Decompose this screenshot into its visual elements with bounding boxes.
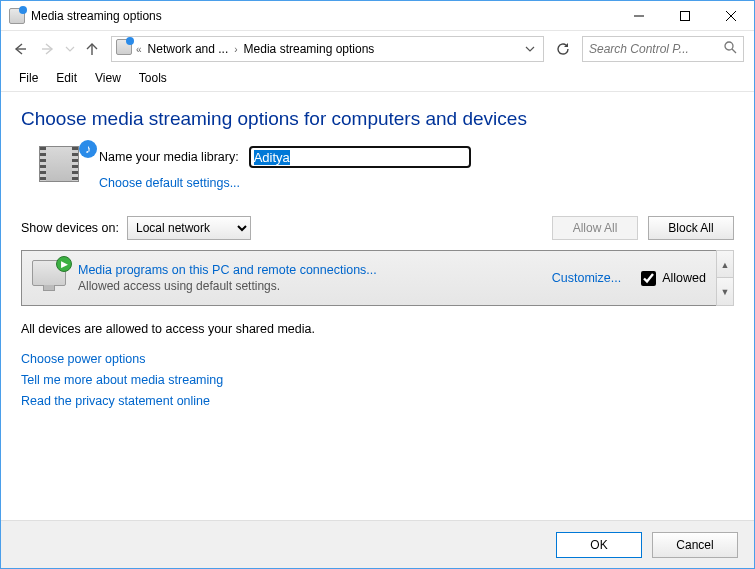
power-options-link[interactable]: Choose power options <box>21 352 734 366</box>
titlebar: Media streaming options <box>1 1 754 31</box>
nav-toolbar: « Network and ... › Media streaming opti… <box>1 31 754 67</box>
more-info-link[interactable]: Tell me more about media streaming <box>21 373 734 387</box>
choose-default-settings-link[interactable]: Choose default settings... <box>99 176 471 190</box>
search-box[interactable] <box>582 36 744 62</box>
library-name-input[interactable] <box>249 146 471 168</box>
allow-all-button[interactable]: Allow All <box>552 216 638 240</box>
show-devices-label: Show devices on: <box>21 221 119 235</box>
page-title: Choose media streaming options for compu… <box>21 108 734 130</box>
back-button[interactable] <box>7 36 33 62</box>
recent-locations-button[interactable] <box>63 36 77 62</box>
search-icon[interactable] <box>724 40 737 58</box>
content-area: Choose media streaming options for compu… <box>1 92 754 408</box>
menu-file[interactable]: File <box>11 69 46 87</box>
address-dropdown-icon[interactable] <box>521 40 539 58</box>
device-subtitle: Allowed access using default settings. <box>78 279 542 293</box>
allowed-checkbox-group[interactable]: Allowed <box>641 271 706 286</box>
device-list: ▶ Media programs on this PC and remote c… <box>21 250 734 306</box>
related-links: Choose power options Tell me more about … <box>21 352 734 408</box>
svg-rect-1 <box>681 11 690 20</box>
address-bar[interactable]: « Network and ... › Media streaming opti… <box>111 36 544 62</box>
footer: OK Cancel <box>1 520 754 568</box>
minimize-button[interactable] <box>616 1 662 30</box>
chevron-right-icon: › <box>230 44 241 55</box>
show-devices-select[interactable]: Local network <box>127 216 251 240</box>
allowed-checkbox[interactable] <box>641 271 656 286</box>
forward-button[interactable] <box>35 36 61 62</box>
device-title-link[interactable]: Media programs on this PC and remote con… <box>78 263 542 277</box>
control-panel-icon <box>116 39 132 59</box>
svg-line-8 <box>732 49 736 53</box>
app-icon <box>9 8 25 24</box>
scroll-up-button[interactable]: ▲ <box>716 250 734 279</box>
ok-button[interactable]: OK <box>556 532 642 558</box>
up-button[interactable] <box>79 36 105 62</box>
close-button[interactable] <box>708 1 754 30</box>
cancel-button[interactable]: Cancel <box>652 532 738 558</box>
window-title: Media streaming options <box>31 9 616 23</box>
library-name-label: Name your media library: <box>99 150 239 164</box>
maximize-button[interactable] <box>662 1 708 30</box>
menu-tools[interactable]: Tools <box>131 69 175 87</box>
breadcrumb-current[interactable]: Media streaming options <box>242 42 377 56</box>
allowed-label: Allowed <box>662 271 706 285</box>
breadcrumb-network[interactable]: Network and ... <box>146 42 231 56</box>
media-library-icon: ♪ <box>39 146 87 194</box>
scrollbar[interactable]: ▲ ▼ <box>716 251 733 305</box>
menu-bar: File Edit View Tools <box>1 67 754 89</box>
customize-link[interactable]: Customize... <box>552 271 621 285</box>
search-input[interactable] <box>589 42 724 56</box>
menu-edit[interactable]: Edit <box>48 69 85 87</box>
device-row[interactable]: ▶ Media programs on this PC and remote c… <box>22 251 716 305</box>
block-all-button[interactable]: Block All <box>648 216 734 240</box>
status-text: All devices are allowed to access your s… <box>21 322 734 336</box>
refresh-button[interactable] <box>550 36 576 62</box>
privacy-link[interactable]: Read the privacy statement online <box>21 394 734 408</box>
show-devices-row: Show devices on: Local network Allow All… <box>21 216 734 240</box>
scroll-down-button[interactable]: ▼ <box>716 277 734 306</box>
chevron-left-icon: « <box>132 44 146 55</box>
library-name-row: ♪ Name your media library: Choose defaul… <box>21 146 734 194</box>
svg-point-7 <box>725 42 733 50</box>
device-icon: ▶ <box>32 260 68 296</box>
menu-view[interactable]: View <box>87 69 129 87</box>
window-controls <box>616 1 754 30</box>
